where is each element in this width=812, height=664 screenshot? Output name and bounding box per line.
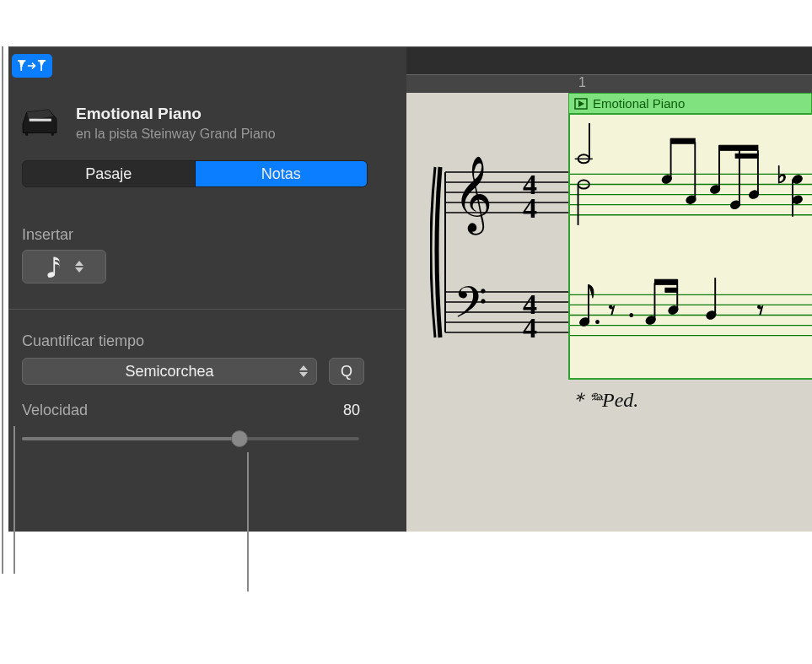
svg-point-67 bbox=[630, 314, 633, 317]
svg-rect-0 bbox=[18, 60, 25, 62]
region-strip-name: Emotional Piano bbox=[593, 96, 685, 111]
region-title: Emotional Piano bbox=[76, 105, 202, 123]
svg-marker-1 bbox=[20, 66, 23, 68]
svg-marker-8 bbox=[75, 261, 83, 266]
callout-line bbox=[13, 426, 15, 574]
velocity-slider[interactable] bbox=[22, 437, 359, 440]
stepper-arrows-icon bbox=[299, 365, 308, 377]
svg-text:𝄾: 𝄾 bbox=[609, 305, 615, 315]
inspector-panel: Emotional Piano en la pista Steinway Gra… bbox=[8, 46, 812, 532]
sixteenth-note-icon bbox=[45, 254, 67, 279]
svg-rect-7 bbox=[53, 257, 55, 274]
velocity-value: 80 bbox=[343, 402, 360, 419]
insert-note-value-popup[interactable] bbox=[22, 250, 106, 283]
svg-text:4: 4 bbox=[523, 192, 537, 224]
svg-marker-11 bbox=[299, 372, 308, 377]
velocity-slider-thumb[interactable] bbox=[231, 430, 248, 447]
region-subtitle: en la pista Steinway Grand Piano bbox=[76, 127, 276, 142]
slider-fill bbox=[22, 437, 234, 440]
quantize-value-popup[interactable]: Semicorchea bbox=[22, 358, 317, 385]
region-header-strip[interactable]: Emotional Piano bbox=[568, 93, 812, 113]
insert-label: Insertar bbox=[22, 226, 73, 244]
svg-rect-72 bbox=[654, 279, 677, 284]
svg-rect-50 bbox=[671, 138, 696, 143]
loop-icon bbox=[574, 98, 588, 110]
stepper-arrows-icon bbox=[75, 261, 83, 273]
svg-rect-73 bbox=[665, 288, 677, 292]
svg-text:𝄢: 𝄢 bbox=[454, 279, 487, 337]
svg-text:4: 4 bbox=[523, 312, 537, 343]
svg-rect-2 bbox=[38, 60, 46, 62]
svg-text:𝄾: 𝄾 bbox=[757, 305, 763, 315]
svg-rect-4 bbox=[25, 132, 28, 136]
grand-staff-clefs: 𝄞 𝄢 4 4 4 4 bbox=[430, 147, 582, 353]
pedal-marking: ＊𝆮Ped. bbox=[568, 386, 638, 413]
velocity-label: Velocidad bbox=[22, 402, 88, 419]
tab-notes[interactable]: Notas bbox=[196, 161, 368, 186]
svg-rect-5 bbox=[51, 132, 54, 136]
bar-ruler[interactable]: 1 bbox=[406, 47, 812, 93]
quantize-label: Cuantificar tiempo bbox=[22, 332, 144, 350]
svg-rect-3 bbox=[30, 119, 51, 121]
track-instrument-icon bbox=[20, 105, 59, 137]
bar-number: 1 bbox=[578, 75, 586, 90]
callout-line bbox=[247, 452, 249, 591]
catch-filter-button[interactable] bbox=[12, 54, 52, 78]
svg-marker-9 bbox=[75, 267, 83, 273]
svg-rect-57 bbox=[719, 145, 758, 150]
midi-region[interactable]: ♭ 𝄾 bbox=[568, 113, 812, 380]
svg-point-65 bbox=[596, 321, 600, 324]
quantize-value-text: Semicorchea bbox=[125, 363, 213, 381]
callout-line bbox=[2, 46, 3, 574]
tab-passage[interactable]: Pasaje bbox=[23, 161, 195, 186]
svg-marker-10 bbox=[299, 365, 308, 370]
svg-rect-58 bbox=[735, 154, 758, 158]
catch-filter-icon bbox=[18, 57, 46, 74]
svg-marker-13 bbox=[578, 100, 584, 107]
quantize-apply-button[interactable]: Q bbox=[329, 358, 364, 385]
inspector-mode-segmented: Pasaje Notas bbox=[22, 160, 368, 187]
divider bbox=[8, 309, 405, 310]
score-view: 1 Emotional Piano bbox=[406, 47, 812, 532]
svg-text:𝄞: 𝄞 bbox=[454, 156, 492, 235]
svg-text:♭: ♭ bbox=[777, 162, 788, 188]
